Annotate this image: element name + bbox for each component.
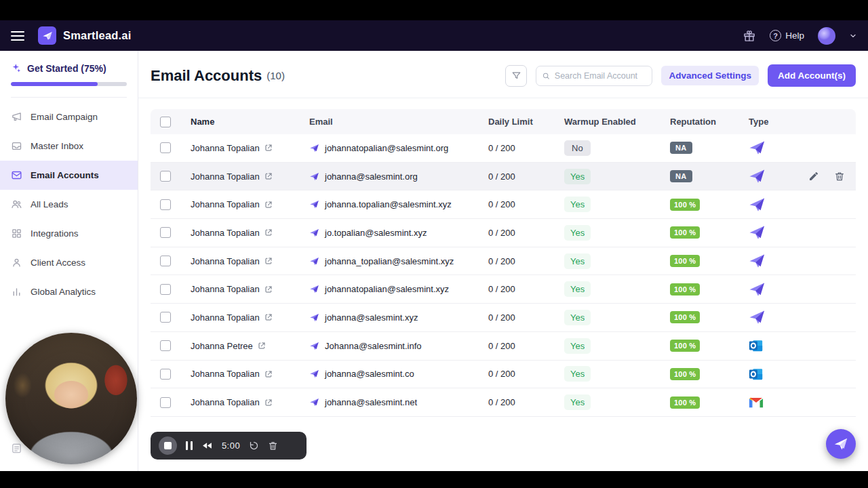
smartlead-type-icon	[749, 309, 765, 325]
smartlead-type-icon	[749, 224, 765, 241]
chevron-down-icon[interactable]	[849, 32, 857, 40]
table-row[interactable]: Johanna Topalian johannatopalian@salesmi…	[151, 134, 856, 163]
sidebar-item-integrations[interactable]: Integrations	[0, 219, 138, 248]
table-row[interactable]: Johanna Topalian johannatopalian@salesmi…	[151, 275, 856, 304]
sidebar-item-email-accounts[interactable]: Email Accounts	[0, 161, 138, 190]
external-link-icon[interactable]	[264, 313, 273, 321]
table-row[interactable]: Johanna Topalian johanna@salesmint.co 0 …	[151, 361, 856, 389]
advanced-settings-button[interactable]: Advanced Settings	[661, 66, 759, 85]
sidebar-item-global-analytics[interactable]: Global Analytics	[0, 277, 138, 306]
send-icon	[309, 171, 319, 182]
inbox-icon	[11, 140, 22, 152]
account-email: johanna@salesmint.net	[325, 397, 417, 407]
table-row[interactable]: Johanna Topalian johanna.topalian@salesm…	[151, 190, 856, 219]
account-email: jo.topalian@salesmint.xyz	[325, 228, 427, 238]
external-link-icon[interactable]	[264, 257, 273, 265]
search-input[interactable]	[555, 71, 647, 81]
avatar[interactable]	[818, 27, 835, 45]
get-started-section[interactable]: Get Started (75%)	[0, 51, 138, 98]
smartlead-chat-icon	[833, 436, 848, 451]
stop-button[interactable]	[159, 436, 177, 455]
external-link-icon[interactable]	[264, 399, 273, 407]
row-checkbox[interactable]	[160, 256, 171, 266]
sidebar-item-all-leads[interactable]: All Leads	[0, 190, 138, 219]
brand[interactable]: Smartlead.ai	[38, 26, 132, 45]
row-checkbox[interactable]	[160, 199, 171, 210]
account-name: Johanna Topalian	[191, 171, 260, 182]
restart-button[interactable]	[249, 441, 259, 451]
external-link-icon[interactable]	[264, 201, 273, 209]
sidebar-nav: Email Campaign Master Inbox Email Accoun…	[0, 98, 138, 306]
reputation-badge: NA	[670, 170, 692, 182]
sidebar-item-email-campaign[interactable]: Email Campaign	[0, 102, 138, 131]
help-button[interactable]: ? Help	[770, 30, 804, 41]
row-checkbox[interactable]	[160, 397, 171, 408]
table-row[interactable]: Johanna Topalian johanna@salesmint.xyz 0…	[151, 304, 856, 332]
smartlead-type-icon	[749, 281, 765, 298]
pause-button[interactable]	[186, 441, 193, 450]
warmup-status: Yes	[564, 281, 591, 297]
chat-widget-button[interactable]	[826, 429, 856, 459]
reputation-badge: 100 %	[670, 368, 700, 380]
hamburger-icon[interactable]	[11, 31, 24, 41]
row-checkbox[interactable]	[160, 312, 171, 323]
table-row[interactable]: Johanna Topalian johanna_topalian@salesm…	[151, 247, 856, 276]
notes-icon[interactable]	[11, 443, 22, 454]
person-icon	[11, 257, 22, 268]
filter-button[interactable]	[505, 65, 527, 87]
sidebar-item-label: All Leads	[31, 199, 68, 209]
search-box[interactable]	[536, 66, 652, 86]
account-email: johanna.topalian@salesmint.xyz	[325, 199, 452, 209]
row-checkbox[interactable]	[160, 142, 171, 153]
row-checkbox[interactable]	[160, 227, 171, 238]
external-link-icon[interactable]	[264, 285, 273, 293]
daily-limit: 0 / 200	[488, 369, 564, 379]
warmup-status: Yes	[564, 310, 591, 325]
reputation-badge: 100 %	[670, 283, 700, 296]
webcam-overlay[interactable]	[5, 333, 137, 464]
table-row[interactable]: Johanna Topalian johanna@salesmint.net 0…	[151, 388, 856, 417]
external-link-icon[interactable]	[264, 370, 273, 378]
warmup-status: Yes	[564, 338, 591, 354]
table-header: Name Email Daily Limit Warmup Enabled Re…	[151, 109, 856, 134]
row-checkbox[interactable]	[160, 340, 171, 351]
table-row[interactable]: Johanna Topalian jo.topalian@salesmint.x…	[151, 219, 856, 247]
account-name: Johanna Topalian	[191, 228, 260, 238]
brand-name: Smartlead.ai	[63, 29, 132, 42]
discard-button[interactable]	[268, 441, 278, 451]
sidebar-item-label: Master Inbox	[31, 141, 83, 151]
external-link-icon[interactable]	[264, 228, 273, 237]
account-name: Johanna Topalian	[191, 256, 260, 266]
daily-limit: 0 / 200	[488, 199, 564, 209]
delete-icon[interactable]	[834, 171, 845, 182]
reputation-badge: NA	[670, 142, 692, 154]
sidebar-item-master-inbox[interactable]: Master Inbox	[0, 131, 138, 161]
select-all-checkbox[interactable]	[160, 117, 171, 127]
table-row[interactable]: Johanna Petree Johanna@salesmint.info 0 …	[151, 332, 856, 361]
send-icon	[309, 312, 319, 323]
help-icon: ?	[770, 30, 781, 41]
account-name: Johanna Topalian	[191, 369, 260, 379]
external-link-icon[interactable]	[258, 342, 266, 350]
account-name: Johanna Petree	[191, 341, 253, 351]
table-row[interactable]: Johanna Topalian johanna@salesmint.org 0…	[151, 163, 856, 191]
external-link-icon[interactable]	[264, 172, 273, 180]
send-icon	[309, 341, 319, 351]
warmup-status: Yes	[564, 366, 591, 382]
sidebar-item-client-access[interactable]: Client Access	[0, 248, 138, 277]
row-checkbox[interactable]	[160, 284, 171, 295]
search-icon	[542, 71, 550, 81]
external-link-icon[interactable]	[264, 144, 273, 152]
gift-icon[interactable]	[743, 29, 756, 43]
edit-icon[interactable]	[808, 171, 819, 182]
row-checkbox[interactable]	[160, 171, 171, 182]
rewind-button[interactable]	[201, 440, 213, 451]
daily-limit: 0 / 200	[488, 312, 564, 323]
sidebar-item-label: Email Accounts	[31, 170, 99, 180]
add-account-button[interactable]: Add Account(s)	[768, 64, 856, 87]
daily-limit: 0 / 200	[488, 228, 564, 238]
account-email: johannatopalian@salesmint.xyz	[325, 284, 449, 294]
funnel-icon	[511, 70, 521, 81]
account-count: (10)	[267, 70, 285, 81]
row-checkbox[interactable]	[160, 369, 171, 380]
